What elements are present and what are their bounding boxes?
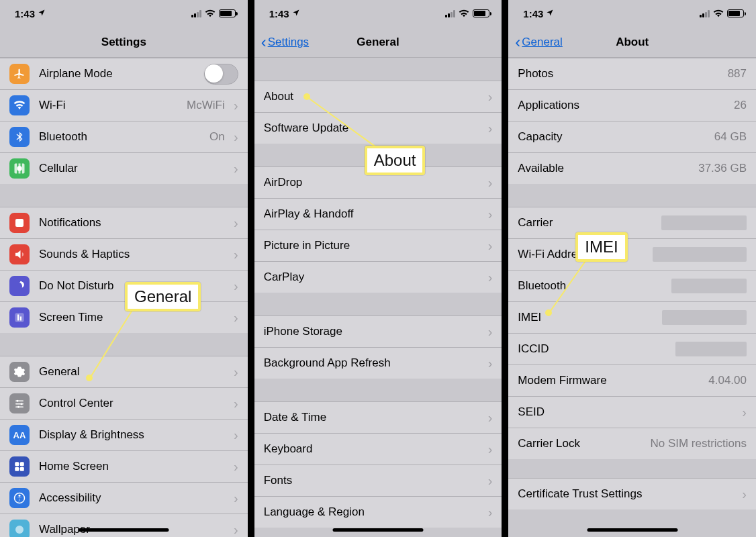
svg-rect-2 bbox=[15, 313, 24, 322]
about-row-carrier: Carrier bbox=[508, 207, 756, 238]
row-controlcenter[interactable]: Control Center› bbox=[0, 387, 248, 419]
battery-icon bbox=[727, 9, 744, 17]
home-indicator[interactable] bbox=[79, 528, 169, 532]
row-general[interactable]: General› bbox=[0, 356, 248, 387]
about-list[interactable]: Photos887Applications26Capacity64 GBAvai… bbox=[508, 58, 756, 509]
row-label: Available bbox=[518, 162, 698, 175]
row-label: Keyboard bbox=[264, 442, 485, 456]
back-button[interactable]: ‹ General bbox=[515, 34, 562, 50]
row-cellular[interactable]: Cellular› bbox=[0, 152, 248, 184]
row-picture-in-picture[interactable]: Picture in Picture› bbox=[254, 230, 502, 261]
row-language-&-region[interactable]: Language & Region› bbox=[254, 496, 502, 528]
row-label: Background App Refresh bbox=[264, 356, 485, 370]
chevron-right-icon: › bbox=[230, 523, 238, 536]
row-wifi[interactable]: Wi-FiMcWiFi› bbox=[0, 89, 248, 121]
row-carplay[interactable]: CarPlay› bbox=[254, 261, 502, 293]
nav-bar: Settings bbox=[0, 27, 248, 58]
location-icon bbox=[546, 9, 554, 19]
row-iphone-storage[interactable]: iPhone Storage› bbox=[254, 315, 502, 347]
row-label: Picture in Picture bbox=[264, 239, 485, 252]
row-fonts[interactable]: Fonts› bbox=[254, 465, 502, 496]
row-keyboard[interactable]: Keyboard› bbox=[254, 433, 502, 465]
dnd-icon bbox=[9, 276, 30, 296]
row-display[interactable]: AADisplay & Brightness› bbox=[0, 419, 248, 450]
about-row-certificate-trust-settings[interactable]: Certificate Trust Settings› bbox=[508, 478, 756, 509]
chevron-right-icon: › bbox=[484, 121, 492, 135]
chevron-right-icon: › bbox=[484, 505, 492, 519]
row-label: Capacity bbox=[518, 130, 714, 144]
row-label: Software Update bbox=[264, 121, 485, 135]
row-screentime[interactable]: Screen Time› bbox=[0, 301, 248, 333]
row-value: 37.36 GB bbox=[698, 162, 747, 175]
home-indicator[interactable] bbox=[333, 528, 424, 532]
row-airplane[interactable]: Airplane Mode bbox=[0, 58, 248, 89]
row-sounds[interactable]: Sounds & Haptics› bbox=[0, 238, 248, 270]
row-notifications[interactable]: Notifications› bbox=[0, 207, 248, 238]
row-airplay-&-handoff[interactable]: AirPlay & Handoff› bbox=[254, 198, 502, 230]
nav-bar: ‹ General About bbox=[508, 27, 756, 58]
about-row-applications: Applications26 bbox=[508, 89, 756, 121]
nav-bar: ‹ Settings General bbox=[254, 27, 502, 58]
row-label: Notifications bbox=[39, 216, 230, 230]
about-row-seid[interactable]: SEID› bbox=[508, 396, 756, 428]
chevron-left-icon: ‹ bbox=[515, 34, 520, 50]
row-software-update[interactable]: Software Update› bbox=[254, 112, 502, 144]
redacted-value bbox=[662, 310, 747, 325]
row-bluetooth[interactable]: BluetoothOn› bbox=[0, 121, 248, 152]
page-title: About bbox=[616, 36, 649, 49]
row-label: SEID bbox=[518, 405, 742, 419]
row-value: 887 bbox=[728, 67, 747, 81]
row-about[interactable]: About› bbox=[254, 81, 502, 112]
row-label: Bluetooth bbox=[39, 130, 209, 144]
row-label: Carrier Lock bbox=[518, 437, 650, 450]
svg-rect-13 bbox=[15, 467, 19, 471]
general-icon bbox=[9, 362, 30, 382]
chevron-right-icon: › bbox=[230, 428, 238, 442]
row-date-&-time[interactable]: Date & Time› bbox=[254, 401, 502, 433]
row-value: 4.04.00 bbox=[708, 374, 747, 387]
back-button[interactable]: ‹ Settings bbox=[261, 34, 309, 50]
settings-list[interactable]: Airplane ModeWi-FiMcWiFi›BluetoothOn›Cel… bbox=[0, 58, 248, 537]
toggle-switch[interactable] bbox=[204, 64, 238, 85]
row-background-app-refresh[interactable]: Background App Refresh› bbox=[254, 347, 502, 379]
chevron-right-icon: › bbox=[484, 176, 492, 189]
wifi-icon bbox=[713, 8, 724, 19]
callout-general: General bbox=[125, 282, 201, 311]
wifi-icon bbox=[9, 95, 30, 115]
row-value: 64 GB bbox=[714, 130, 747, 144]
chevron-right-icon: › bbox=[230, 365, 238, 379]
chevron-right-icon: › bbox=[484, 325, 492, 338]
chevron-right-icon: › bbox=[742, 405, 747, 420]
row-value: On bbox=[209, 130, 225, 144]
battery-icon bbox=[219, 9, 236, 17]
screentime-icon bbox=[9, 307, 30, 328]
chevron-right-icon: › bbox=[484, 271, 492, 284]
row-homescreen[interactable]: Home Screen› bbox=[0, 450, 248, 482]
svg-rect-10 bbox=[15, 407, 23, 408]
row-label: Date & Time bbox=[264, 411, 485, 424]
row-label: Applications bbox=[518, 99, 734, 112]
chevron-right-icon: › bbox=[230, 460, 238, 473]
chevron-right-icon: › bbox=[484, 474, 492, 487]
page-title: General bbox=[357, 36, 399, 49]
svg-point-0 bbox=[17, 166, 22, 171]
battery-icon bbox=[473, 9, 489, 17]
chevron-left-icon: ‹ bbox=[261, 34, 267, 50]
about-row-iccid: ICCID bbox=[508, 333, 756, 364]
row-label: Display & Brightness bbox=[39, 428, 230, 442]
chevron-right-icon: › bbox=[484, 356, 492, 370]
homescreen-icon bbox=[9, 456, 30, 477]
cellular-icon bbox=[9, 158, 30, 179]
location-icon bbox=[38, 9, 46, 19]
accessibility-icon bbox=[9, 488, 30, 508]
row-dnd[interactable]: Do Not Disturb› bbox=[0, 270, 248, 301]
svg-point-17 bbox=[15, 526, 23, 534]
chevron-right-icon: › bbox=[484, 442, 492, 456]
row-accessibility[interactable]: Accessibility› bbox=[0, 482, 248, 514]
row-wallpaper[interactable]: Wallpaper› bbox=[0, 514, 248, 537]
general-list[interactable]: About›Software Update›AirDrop›AirPlay & … bbox=[254, 58, 502, 528]
controlcenter-icon bbox=[9, 393, 30, 413]
home-indicator[interactable] bbox=[587, 528, 677, 532]
chevron-right-icon: › bbox=[484, 239, 492, 252]
row-value: 26 bbox=[734, 99, 747, 112]
